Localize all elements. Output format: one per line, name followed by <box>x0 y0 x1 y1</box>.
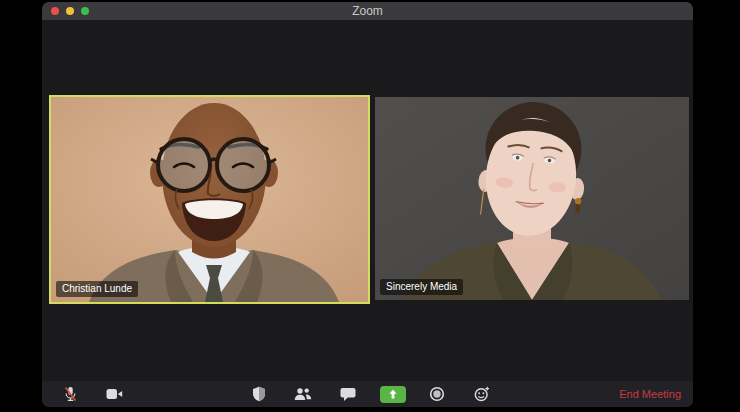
participant-video-sincerely-media <box>375 97 689 300</box>
video-stage: Christian Lunde <box>42 20 693 381</box>
participants-button[interactable] <box>288 381 318 407</box>
zoom-window: Zoom <box>42 2 693 407</box>
video-tile-christian-lunde[interactable]: Christian Lunde <box>49 95 370 304</box>
desktop-background: Zoom <box>0 0 740 412</box>
mute-button[interactable] <box>55 381 85 407</box>
record-button[interactable] <box>422 381 452 407</box>
participant-name: Christian Lunde <box>62 283 132 294</box>
video-tile-sincerely-media[interactable]: Sincerely Media <box>375 97 689 300</box>
share-screen-pill <box>380 386 406 403</box>
microphone-muted-icon <box>63 386 78 402</box>
reactions-icon <box>474 386 490 402</box>
share-screen-icon <box>387 389 399 400</box>
start-video-button[interactable] <box>99 381 129 407</box>
participants-icon <box>294 387 312 401</box>
participant-name: Sincerely Media <box>386 281 457 292</box>
chat-button[interactable] <box>333 381 363 407</box>
end-meeting-button[interactable]: End Meeting <box>619 381 681 407</box>
share-screen-button[interactable] <box>378 381 408 407</box>
reactions-button[interactable] <box>467 381 497 407</box>
window-title: Zoom <box>42 2 693 20</box>
window-titlebar[interactable]: Zoom <box>42 2 693 21</box>
participant-name-tag: Christian Lunde <box>56 281 138 297</box>
security-shield-icon <box>252 386 266 402</box>
record-icon <box>429 386 445 402</box>
meeting-toolbar: End Meeting <box>42 381 693 407</box>
participant-name-tag: Sincerely Media <box>380 279 463 295</box>
video-camera-icon <box>106 388 123 400</box>
chat-icon <box>340 387 356 402</box>
participant-video-christian-lunde <box>51 97 368 302</box>
security-button[interactable] <box>244 381 274 407</box>
